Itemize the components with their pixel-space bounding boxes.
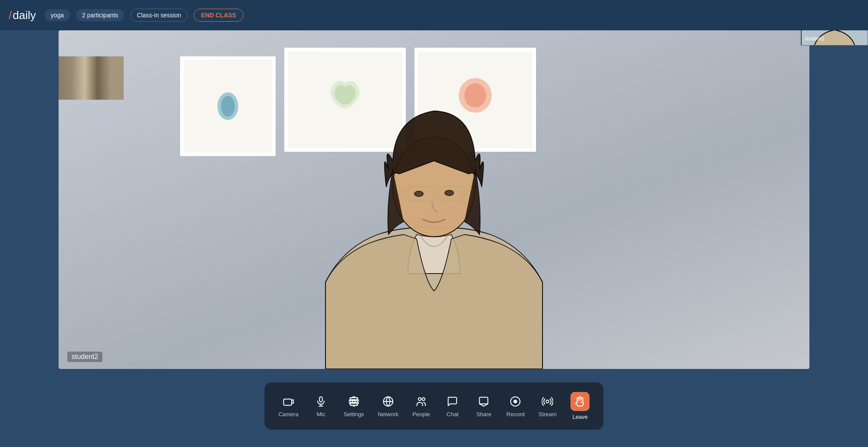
people-tool[interactable]: People: [406, 390, 436, 422]
record-label: Record: [506, 411, 525, 418]
header: /daily yoga 2 participants Class-in sess…: [0, 0, 868, 30]
network-tool[interactable]: Network: [372, 390, 405, 422]
chat-label: Chat: [447, 411, 458, 418]
pip-student-label: student1: [805, 36, 825, 42]
leave-icon: [571, 392, 590, 411]
session-badge: Class-in session: [130, 9, 187, 22]
svg-point-10: [414, 191, 423, 196]
logo-slash: /: [9, 9, 12, 22]
chat-icon: [446, 395, 460, 408]
svg-rect-14: [284, 399, 292, 405]
people-label: People: [412, 411, 430, 418]
svg-line-7: [434, 193, 438, 194]
main-video-container: student2: [59, 30, 809, 369]
settings-label: Settings: [344, 411, 364, 418]
books-shelf: [59, 56, 124, 100]
svg-point-28: [513, 400, 517, 404]
leave-tool[interactable]: Leave: [565, 388, 596, 424]
stream-icon: [541, 395, 555, 408]
student-label: student2: [67, 352, 102, 362]
mic-icon: [314, 395, 328, 408]
class-name-badge: yoga: [45, 9, 70, 21]
person-figure: [299, 39, 569, 369]
svg-point-1: [221, 96, 235, 117]
record-icon: [509, 395, 523, 408]
record-tool[interactable]: Record: [500, 390, 531, 422]
share-icon: [477, 395, 491, 408]
settings-tool[interactable]: Settings: [338, 390, 370, 422]
share-tool[interactable]: Share: [469, 390, 499, 422]
svg-point-24: [418, 398, 421, 401]
logo-text: daily: [13, 9, 36, 22]
art-frame-left: [180, 56, 276, 156]
network-label: Network: [378, 411, 399, 418]
leave-label: Leave: [572, 414, 588, 420]
stream-label: Stream: [539, 411, 557, 418]
main-video-feed: student2: [59, 30, 809, 369]
mic-label: Mic: [317, 411, 326, 418]
people-icon: [414, 395, 428, 408]
participants-badge: 2 participants: [76, 9, 124, 21]
camera-label: Camera: [278, 411, 298, 418]
svg-point-11: [445, 190, 454, 196]
svg-point-25: [422, 398, 425, 401]
camera-tool[interactable]: Camera: [272, 390, 304, 422]
svg-rect-21: [350, 403, 357, 405]
stream-tool[interactable]: Stream: [533, 390, 563, 422]
svg-rect-26: [480, 397, 488, 404]
logo: /daily: [9, 9, 36, 22]
svg-rect-20: [350, 401, 357, 402]
settings-icon: [347, 395, 361, 408]
share-label: Share: [476, 411, 491, 418]
toolbar: Camera Mic Settings: [264, 382, 603, 430]
camera-icon: [282, 395, 296, 408]
mic-tool[interactable]: Mic: [306, 390, 336, 422]
chat-tool[interactable]: Chat: [438, 390, 467, 422]
end-class-button[interactable]: END CLASS: [194, 9, 243, 22]
svg-rect-19: [350, 398, 357, 399]
svg-point-29: [546, 400, 549, 403]
svg-rect-15: [319, 397, 322, 402]
network-icon: [381, 395, 395, 408]
